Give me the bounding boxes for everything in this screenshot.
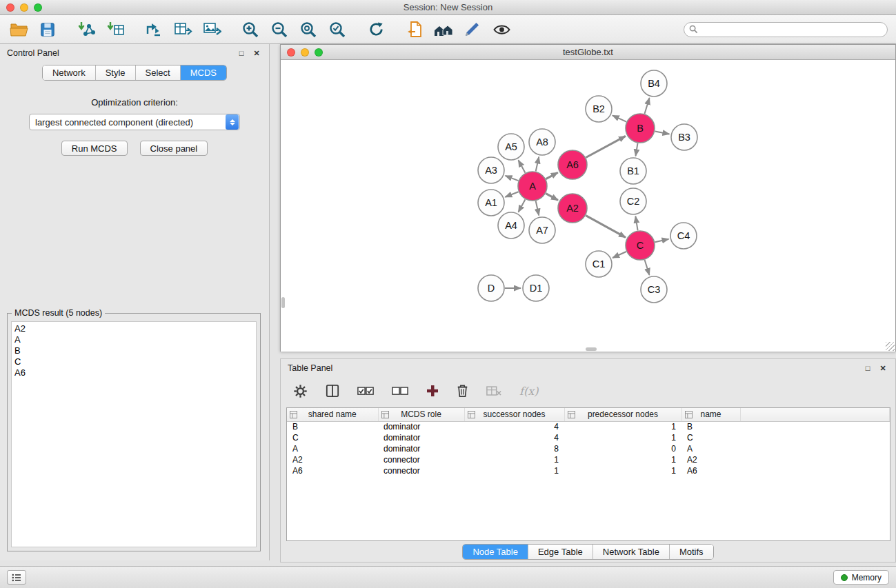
tab-mcds[interactable]: MCDS: [180, 65, 226, 80]
cell-name[interactable]: B: [681, 421, 740, 432]
cell-predecessor-nodes[interactable]: 1: [564, 454, 681, 465]
node-A4[interactable]: A4: [498, 212, 524, 239]
node-C1[interactable]: C1: [586, 251, 612, 277]
delete-column-button[interactable]: [457, 382, 468, 400]
table-row[interactable]: A6connector11A6: [287, 465, 890, 476]
node-B[interactable]: B: [626, 114, 655, 143]
cell-shared-name[interactable]: A: [287, 443, 378, 454]
node-C2[interactable]: C2: [620, 188, 646, 214]
table-row[interactable]: Adominator80A: [287, 443, 890, 454]
cell-successor-nodes[interactable]: 4: [464, 421, 564, 432]
paint-style-button[interactable]: [462, 19, 483, 40]
tab-style[interactable]: Style: [95, 65, 135, 80]
horizontal-scrollbar-thumb[interactable]: [586, 347, 597, 351]
node-B4[interactable]: B4: [641, 70, 667, 97]
node-C3[interactable]: C3: [641, 276, 667, 303]
clear-table-button[interactable]: [486, 382, 501, 400]
column-header-mcds-role[interactable]: MCDS role: [378, 408, 464, 421]
run-mcds-button[interactable]: Run MCDS: [61, 141, 128, 156]
add-column-button[interactable]: [426, 382, 439, 400]
float-table-panel-icon[interactable]: □: [862, 364, 873, 372]
select-all-columns-button[interactable]: [357, 382, 374, 400]
show-columns-button[interactable]: [326, 382, 339, 400]
cell-mcds-role[interactable]: dominator: [378, 432, 464, 443]
edge-A-A2[interactable]: [546, 194, 558, 201]
network-minimize-button[interactable]: [301, 48, 309, 57]
node-A7[interactable]: A7: [529, 217, 555, 243]
node-B3[interactable]: B3: [671, 124, 697, 150]
open-session-button[interactable]: [8, 19, 29, 40]
network-canvas[interactable]: B4B2BB3A5A8A6B1A3AC2A1A2A4A7C4CC1C3DD1: [281, 60, 895, 352]
node-C4[interactable]: C4: [670, 223, 697, 249]
cell-name[interactable]: C: [681, 432, 740, 443]
home-views-button[interactable]: [433, 19, 454, 40]
tab-node-table[interactable]: Node Table: [463, 545, 528, 559]
edge-A-A4[interactable]: [519, 199, 526, 212]
mcds-result-item[interactable]: C: [12, 356, 256, 367]
column-header-successor-nodes[interactable]: successor nodes: [464, 408, 564, 421]
node-C[interactable]: C: [626, 231, 655, 260]
edge-A6-B[interactable]: [586, 136, 626, 157]
node-A2[interactable]: A2: [558, 194, 587, 223]
tab-select[interactable]: Select: [135, 65, 180, 80]
mcds-result-item[interactable]: A: [12, 334, 256, 345]
table-row[interactable]: Cdominator41C: [287, 432, 890, 443]
cell-predecessor-nodes[interactable]: 1: [564, 465, 681, 476]
edge-A-A1[interactable]: [505, 192, 518, 197]
node-A5[interactable]: A5: [498, 134, 524, 160]
zoom-window-button[interactable]: [34, 3, 42, 12]
edge-B-B2[interactable]: [613, 115, 626, 121]
zoom-out-button[interactable]: [269, 19, 290, 40]
deselect-all-columns-button[interactable]: [392, 382, 408, 400]
edge-C-C4[interactable]: [655, 239, 669, 242]
cell-mcds-role[interactable]: dominator: [378, 421, 464, 432]
cell-shared-name[interactable]: C: [287, 432, 378, 443]
export-network-button[interactable]: [143, 19, 164, 40]
cell-shared-name[interactable]: A2: [287, 454, 378, 465]
edge-A2-C[interactable]: [586, 216, 626, 238]
node-A3[interactable]: A3: [478, 157, 504, 183]
network-zoom-button[interactable]: [315, 48, 323, 57]
close-window-button[interactable]: [6, 3, 14, 12]
column-header-shared-name[interactable]: shared name: [287, 408, 378, 421]
tab-motifs[interactable]: Motifs: [669, 545, 713, 559]
toggle-visibility-button[interactable]: [491, 19, 512, 40]
edge-C-C2[interactable]: [635, 216, 637, 231]
close-table-panel-icon[interactable]: ✕: [877, 364, 888, 373]
cell-shared-name[interactable]: A6: [287, 465, 378, 476]
network-close-button[interactable]: [287, 48, 295, 57]
tab-edge-table[interactable]: Edge Table: [528, 545, 593, 559]
save-session-button[interactable]: [37, 19, 58, 40]
node-A6[interactable]: A6: [558, 150, 587, 179]
memory-button[interactable]: Memory: [833, 570, 889, 585]
mcds-result-item[interactable]: A6: [12, 367, 256, 378]
refresh-button[interactable]: [366, 19, 386, 40]
node-B2[interactable]: B2: [586, 96, 612, 122]
tab-network[interactable]: Network: [43, 65, 95, 80]
minimize-window-button[interactable]: [20, 3, 28, 12]
close-panel-button[interactable]: Close panel: [140, 141, 208, 156]
table-row[interactable]: A2connector11A2: [287, 454, 890, 465]
cell-mcds-role[interactable]: dominator: [378, 443, 464, 454]
cell-successor-nodes[interactable]: 8: [464, 443, 564, 454]
cell-successor-nodes[interactable]: 1: [464, 454, 564, 465]
export-image-button[interactable]: [201, 19, 222, 40]
cell-successor-nodes[interactable]: 4: [464, 432, 564, 443]
function-builder-button[interactable]: f(x): [519, 382, 538, 400]
edge-B-B4[interactable]: [645, 98, 650, 114]
zoom-fit-button[interactable]: [298, 19, 319, 40]
float-panel-icon[interactable]: □: [236, 49, 247, 57]
cell-mcds-role[interactable]: connector: [378, 465, 464, 476]
resize-handle[interactable]: [886, 342, 895, 351]
mcds-result-item[interactable]: A2: [12, 323, 256, 334]
node-A1[interactable]: A1: [478, 190, 504, 216]
close-panel-icon[interactable]: ✕: [251, 49, 262, 58]
import-table-button[interactable]: [105, 19, 126, 40]
cell-mcds-role[interactable]: connector: [378, 454, 464, 465]
table-row[interactable]: Bdominator41B: [287, 421, 890, 432]
node-D1[interactable]: D1: [523, 275, 549, 301]
edge-B-B3[interactable]: [655, 131, 670, 134]
cell-predecessor-nodes[interactable]: 1: [564, 432, 681, 443]
tab-network-table[interactable]: Network Table: [593, 545, 669, 559]
search-input[interactable]: [684, 22, 888, 37]
